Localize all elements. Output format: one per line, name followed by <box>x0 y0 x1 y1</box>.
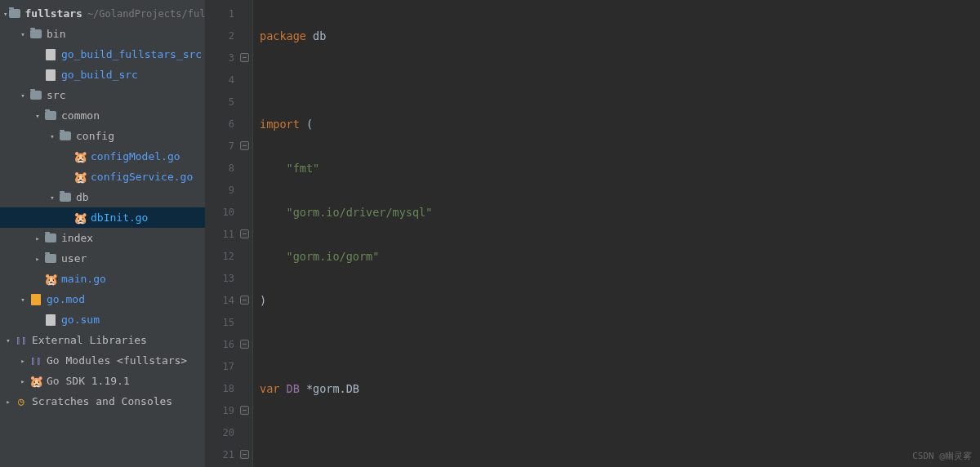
folder-icon <box>29 89 42 102</box>
go-file-icon: 🐹 <box>74 211 87 225</box>
line-number: 19− <box>206 400 252 422</box>
fold-icon[interactable]: − <box>240 340 249 349</box>
line-number: 9 <box>206 180 252 202</box>
tree-label: Scratches and Consoles <box>32 395 172 407</box>
tree-label: Go Modules <fullstars> <box>47 354 187 367</box>
tree-label: user <box>61 252 87 265</box>
line-number: 21− <box>206 444 252 466</box>
tree-label: config <box>76 130 114 142</box>
tree-file[interactable]: ▾ go_build_fullstars_src <box>0 44 205 64</box>
line-number: 10 <box>206 202 252 224</box>
tree-file[interactable]: ▾ 🐹 configModel.go <box>0 146 205 167</box>
line-number: 13 <box>206 268 252 290</box>
tree-src[interactable]: ▾ src <box>0 85 205 105</box>
tree-file-selected[interactable]: ▾ 🐹 dbInit.go <box>0 207 205 228</box>
tree-index[interactable]: ▸ index <box>0 228 205 248</box>
code-content[interactable]: package db import ( "fmt" "gorm.io/drive… <box>253 0 980 467</box>
line-number: 8 <box>206 158 252 180</box>
tree-label: index <box>61 232 93 244</box>
fold-icon[interactable]: − <box>240 450 249 459</box>
tree-gosdk[interactable]: ▸ 🐹 Go SDK 1.19.1 <box>0 371 205 391</box>
line-number: 12 <box>206 246 252 268</box>
line-number: 16− <box>206 334 252 356</box>
tree-file[interactable]: ▾ go_build_src <box>0 64 205 85</box>
chevron-down-icon: ▾ <box>47 193 57 202</box>
chevron-down-icon: ▾ <box>47 131 57 141</box>
fold-icon[interactable]: − <box>240 296 249 305</box>
tree-label: src <box>47 89 65 101</box>
folder-icon <box>44 232 57 245</box>
tree-file[interactable]: ▾ 🐹 configService.go <box>0 167 205 187</box>
file-icon <box>44 69 57 82</box>
tree-label: External Libraries <box>32 334 147 346</box>
line-number: 4 <box>206 69 252 91</box>
fold-icon[interactable]: − <box>240 406 249 415</box>
chevron-right-icon: ▸ <box>3 397 13 407</box>
chevron-right-icon: ▸ <box>33 254 42 264</box>
file-icon <box>29 293 42 306</box>
chevron-right-icon: ▸ <box>18 356 28 366</box>
gutter: 1 2 3− 4 5 6 7− 8 9 10 11− 12 13 14− 15 … <box>206 0 253 467</box>
fold-icon[interactable]: − <box>240 229 249 238</box>
tree-label: db <box>76 191 89 203</box>
tree-label: common <box>61 109 100 122</box>
go-file-icon: 🐹 <box>44 273 57 286</box>
tree-label: bin <box>47 28 65 40</box>
tree-bin[interactable]: ▾ bin <box>0 24 205 44</box>
line-number: 5 <box>206 91 252 113</box>
tree-label: dbInit.go <box>91 211 148 224</box>
line-number: 3− <box>206 47 252 69</box>
chevron-down-icon: ▾ <box>3 336 13 345</box>
tree-root[interactable]: ▾ fullstars ~/GolandProjects/ful <box>0 3 205 24</box>
scratches-icon: ◷ <box>15 395 28 408</box>
code-editor[interactable]: 1 2 3− 4 5 6 7− 8 9 10 11− 12 13 14− 15 … <box>206 0 980 467</box>
tree-scratches[interactable]: ▸ ◷ Scratches and Consoles <box>0 391 205 411</box>
go-sdk-icon: 🐹 <box>29 375 42 388</box>
chevron-down-icon: ▾ <box>33 111 42 121</box>
chevron-down-icon: ▾ <box>3 9 7 19</box>
line-number: 11− <box>206 224 252 246</box>
tree-extlib[interactable]: ▾ ⫿⫿ External Libraries <box>0 330 205 350</box>
line-number: 20 <box>206 422 252 444</box>
go-file-icon: 🐹 <box>74 150 87 163</box>
library-icon: ⫿⫿ <box>29 354 42 367</box>
tree-label: go_build_fullstars_src <box>61 48 202 60</box>
tree-gomod[interactable]: ▾ go.mod <box>0 289 205 309</box>
tree-db[interactable]: ▾ db <box>0 187 205 207</box>
chevron-down-icon: ▾ <box>18 29 28 39</box>
folder-icon <box>44 252 57 265</box>
chevron-down-icon: ▾ <box>18 91 28 100</box>
fold-icon[interactable]: − <box>240 53 249 62</box>
chevron-right-icon: ▸ <box>33 234 42 243</box>
tree-config[interactable]: ▾ config <box>0 126 205 146</box>
tree-file[interactable]: ▾ go.sum <box>0 309 205 330</box>
folder-icon <box>44 109 57 122</box>
folder-icon <box>9 7 20 20</box>
tree-common[interactable]: ▾ common <box>0 105 205 126</box>
chevron-right-icon: ▸ <box>18 376 28 386</box>
tree-label: Go SDK 1.19.1 <box>47 375 130 387</box>
tree-label: go_build_src <box>61 69 138 81</box>
tree-label: go.sum <box>61 314 100 326</box>
line-number: 1 <box>206 3 252 25</box>
file-icon <box>44 314 57 327</box>
line-number: 18 <box>206 378 252 400</box>
folder-icon <box>29 28 42 41</box>
tree-label: configModel.go <box>91 150 180 162</box>
tree-label: fullstars <box>24 7 82 20</box>
line-number: 14− <box>206 290 252 312</box>
watermark: CSDN @幽灵雾 <box>912 450 972 462</box>
go-file-icon: 🐹 <box>74 171 87 184</box>
line-number: 17 <box>206 356 252 378</box>
fold-icon[interactable]: − <box>240 141 249 150</box>
folder-icon <box>59 191 72 204</box>
chevron-down-icon: ▾ <box>18 295 28 305</box>
tree-gomodules[interactable]: ▸ ⫿⫿ Go Modules <fullstars> <box>0 350 205 371</box>
tree-label: configService.go <box>91 171 193 183</box>
tree-file[interactable]: ▾ 🐹 main.go <box>0 269 205 289</box>
line-number: 7− <box>206 136 252 158</box>
file-icon <box>44 48 57 61</box>
tree-path: ~/GolandProjects/ful <box>87 8 206 20</box>
folder-icon <box>59 130 72 143</box>
tree-user[interactable]: ▸ user <box>0 248 205 269</box>
